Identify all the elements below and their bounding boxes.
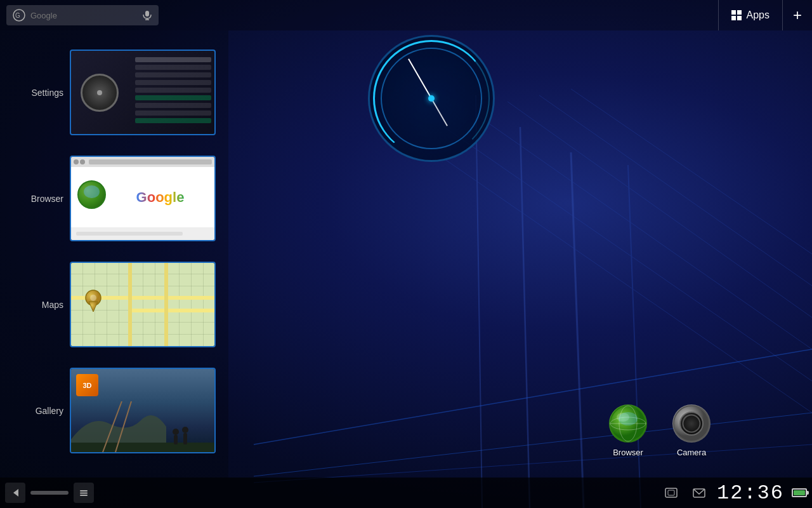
svg-rect-43	[665, 488, 677, 497]
svg-point-23	[173, 429, 179, 435]
back-button[interactable]	[5, 483, 25, 503]
svg-point-38	[684, 416, 691, 421]
browser-desktop-icon[interactable]: Browser	[609, 404, 647, 457]
svg-rect-24	[174, 435, 178, 444]
svg-rect-40	[80, 490, 88, 491]
apps-button[interactable]: Apps	[718, 0, 783, 30]
svg-point-35	[680, 412, 703, 435]
svg-rect-15	[145, 11, 149, 17]
recents-icon	[78, 487, 89, 498]
apps-grid-icon	[731, 10, 742, 20]
browser-icon-label: Browser	[613, 448, 643, 457]
sidebar-item-browser[interactable]: Browser Google	[0, 149, 228, 248]
svg-line-10	[254, 349, 812, 444]
camera-icon-label: Camera	[677, 448, 706, 457]
camera-desktop-icon[interactable]: Camera	[672, 404, 710, 457]
svg-rect-22	[71, 443, 216, 452]
svg-line-3	[508, 102, 812, 318]
svg-line-1	[444, 159, 812, 413]
gallery-3d-badge: 3D	[76, 374, 98, 396]
home-indicator[interactable]	[30, 491, 69, 495]
mic-icon[interactable]	[142, 10, 152, 20]
google-icon: G	[13, 9, 25, 22]
svg-point-36	[685, 417, 698, 430]
top-bar: G Apps +	[0, 0, 812, 30]
desktop-icons: Browser	[609, 404, 710, 457]
svg-line-4	[539, 95, 812, 286]
sidebar: Settings Browser	[0, 30, 228, 478]
settings-list	[135, 57, 211, 126]
maps-thumbnail	[70, 262, 216, 347]
svg-marker-39	[13, 489, 18, 497]
settings-thumbnail	[70, 50, 216, 135]
browser-thumbnail: Google	[70, 156, 216, 241]
svg-point-25	[182, 427, 188, 433]
clock-center	[428, 95, 435, 102]
clock-widget	[368, 35, 495, 162]
browser-globe	[77, 180, 106, 209]
gallery-thumbnail: 3D	[70, 368, 216, 453]
svg-line-7	[520, 127, 530, 508]
svg-line-11	[254, 413, 812, 476]
taskbar-right: 12:36	[661, 481, 807, 505]
top-bar-right: Apps +	[718, 0, 812, 30]
google-text: Google	[136, 189, 185, 206]
svg-point-33	[617, 413, 629, 422]
taskbar-left	[5, 483, 94, 503]
add-button[interactable]: +	[783, 0, 812, 30]
settings-label: Settings	[0, 88, 70, 98]
svg-rect-42	[80, 495, 88, 496]
browser-icon-image	[609, 404, 647, 443]
battery-indicator	[792, 488, 807, 497]
battery-icon	[792, 488, 807, 497]
settings-knob	[81, 74, 119, 112]
maps-label: Maps	[0, 300, 70, 310]
back-icon	[10, 487, 21, 498]
svg-point-37	[688, 420, 695, 427]
svg-point-34	[674, 406, 709, 441]
svg-text:G: G	[15, 12, 20, 19]
svg-line-8	[571, 152, 584, 508]
svg-line-2	[476, 114, 812, 349]
svg-rect-26	[183, 433, 187, 444]
taskbar-clock: 12:36	[717, 481, 784, 505]
svg-marker-19	[89, 302, 98, 312]
svg-point-20	[90, 295, 96, 301]
email-button[interactable]	[689, 483, 709, 503]
gallery-label: Gallery	[0, 406, 70, 416]
svg-line-5	[571, 89, 812, 254]
camera-icon-image	[672, 404, 710, 443]
screenshot-icon	[664, 486, 678, 500]
search-bar[interactable]: G	[6, 5, 159, 25]
apps-label: Apps	[747, 10, 769, 21]
sidebar-item-gallery[interactable]: Gallery 3D	[0, 361, 228, 460]
search-input[interactable]	[30, 11, 137, 20]
recents-button[interactable]	[74, 483, 94, 503]
svg-line-12	[254, 444, 812, 483]
sidebar-item-maps[interactable]: Maps	[0, 255, 228, 354]
battery-fill	[794, 490, 805, 495]
svg-rect-44	[668, 490, 674, 495]
sidebar-item-settings[interactable]: Settings	[0, 43, 228, 142]
browser-label: Browser	[0, 194, 70, 204]
screenshot-button[interactable]	[661, 483, 681, 503]
taskbar: 12:36	[0, 478, 812, 508]
svg-rect-41	[80, 493, 88, 494]
email-icon	[692, 486, 706, 500]
